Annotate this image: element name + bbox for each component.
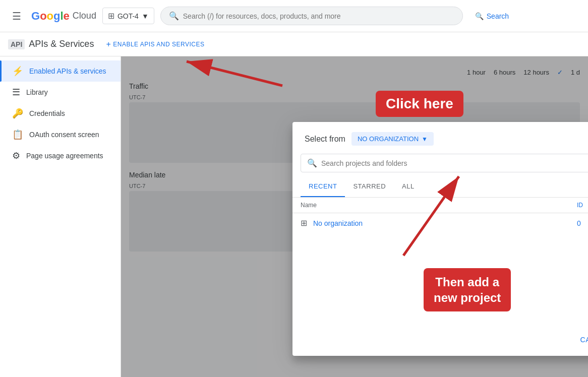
main-layout: ⚡ Enabled APIs & services ☰ Library 🔑 Cr… [0, 56, 588, 377]
name-column-header: Name [301, 202, 577, 209]
google-cloud-logo: Google Cloud [31, 10, 96, 23]
sidebar-item-library[interactable]: ☰ Library [0, 82, 121, 103]
sidebar-item-enabled-apis[interactable]: ⚡ Enabled APIs & services [0, 60, 121, 82]
logo-g-blue: G [31, 10, 40, 22]
search-button[interactable]: 🔍 Search [469, 8, 515, 24]
credentials-icon: 🔑 [12, 108, 23, 119]
row-org-id: 0 [577, 219, 588, 227]
row-org-name[interactable]: No organization [313, 219, 577, 227]
dialog-tabs: RECENT STARRED ALL [292, 176, 588, 198]
sidebar-item-label: Page usage agreements [26, 152, 103, 160]
search-input[interactable] [183, 12, 454, 20]
sidebar-item-oauth[interactable]: 📋 OAuth consent screen [0, 124, 121, 145]
tab-starred[interactable]: STARRED [345, 176, 394, 197]
project-selector[interactable]: ⊞ GOT-4 ▼ [102, 8, 154, 24]
sidebar: ⚡ Enabled APIs & services ☰ Library 🔑 Cr… [0, 56, 121, 377]
main-content: 1 hour 6 hours 12 hours ✓ 1 d Traffic UT… [121, 56, 588, 377]
org-dropdown-button[interactable]: NO ORGANIZATION ▼ [351, 132, 434, 146]
table-row[interactable]: ⊞ No organization 0 [292, 213, 588, 233]
oauth-icon: 📋 [12, 129, 23, 140]
enable-apis-link[interactable]: + ENABLE APIS AND SERVICES [106, 40, 204, 49]
sidebar-item-label: Enabled APIs & services [29, 67, 106, 75]
sub-header: API APIs & Services + ENABLE APIS AND SE… [0, 32, 588, 56]
logo-cloud-text: Cloud [73, 11, 96, 21]
project-icon: ⊞ [108, 11, 114, 21]
page-usage-icon: ⚙ [12, 150, 20, 161]
logo-e-red: e [64, 10, 70, 22]
dialog-spacer [292, 233, 588, 324]
logo-g-blue2: g [53, 10, 60, 22]
row-org-icon: ⊞ [301, 218, 307, 228]
table-header: Name ID [292, 198, 588, 213]
sidebar-item-label: Credentials [29, 109, 65, 117]
project-select-dialog: Select from NO ORGANIZATION ▼ NEW PROJEC… [292, 122, 588, 356]
plus-icon: + [106, 40, 111, 49]
tab-all[interactable]: ALL [394, 176, 423, 197]
project-dropdown-arrow: ▼ [142, 12, 149, 20]
dialog-search-bar[interactable]: 🔍 [301, 154, 588, 172]
search-btn-icon: 🔍 [475, 12, 484, 20]
search-icon: 🔍 [169, 11, 179, 21]
dialog-header-left: Select from NO ORGANIZATION ▼ [305, 132, 434, 146]
tab-recent[interactable]: RECENT [301, 176, 345, 197]
logo-o-yellow: o [47, 10, 53, 22]
project-name: GOT-4 [117, 12, 139, 20]
dialog-footer: CANCEL OPEN [292, 324, 588, 356]
library-icon: ☰ [12, 87, 20, 98]
api-icon: API [8, 39, 25, 49]
dropdown-arrow-icon: ▼ [422, 136, 428, 143]
sidebar-item-credentials[interactable]: 🔑 Credentials [0, 103, 121, 124]
sub-header-title: APIs & Services [29, 39, 94, 49]
select-from-label: Select from [305, 135, 345, 144]
enabled-apis-icon: ⚡ [12, 66, 23, 77]
dialog-search-icon: 🔍 [307, 158, 317, 168]
sidebar-item-page-usage[interactable]: ⚙ Page usage agreements [0, 145, 121, 166]
sidebar-item-label: Library [26, 88, 48, 96]
id-column-header: ID [577, 202, 588, 209]
search-bar[interactable]: 🔍 [160, 7, 463, 25]
top-navigation: ☰ Google Cloud ⊞ GOT-4 ▼ 🔍 🔍 Search [0, 0, 588, 32]
hamburger-menu[interactable]: ☰ [8, 6, 25, 26]
dialog-search-input[interactable] [321, 159, 588, 167]
logo-o-red: o [40, 10, 46, 22]
dialog-table: Name ID ⊞ No organization 0 [292, 198, 588, 233]
cancel-button[interactable]: CANCEL [574, 332, 588, 348]
sidebar-item-label: OAuth consent screen [29, 131, 99, 139]
dialog-header: Select from NO ORGANIZATION ▼ NEW PROJEC… [292, 122, 588, 154]
